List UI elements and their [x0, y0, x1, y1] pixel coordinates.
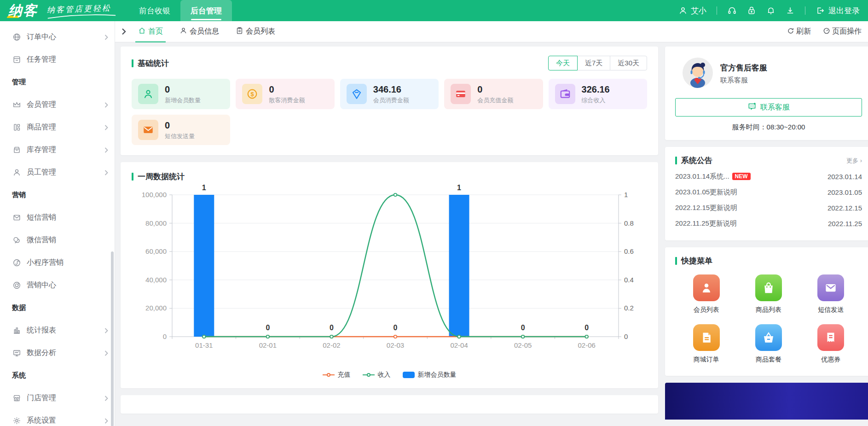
- period-today-button[interactable]: 今天: [548, 56, 578, 70]
- sidebar-item-miniprogram-marketing[interactable]: 小程序营销: [0, 251, 115, 274]
- stat-new-members: 0 新增会员数量: [132, 79, 230, 109]
- stat-value: 0: [269, 84, 305, 95]
- svg-text:0.4: 0.4: [624, 276, 634, 284]
- svg-text:1: 1: [202, 184, 206, 192]
- stat-member-recharge: 0 会员充值金额: [444, 79, 543, 109]
- sidebar-item-product-mgmt[interactable]: 商品管理: [0, 116, 115, 139]
- promo-banner-partial[interactable]: [665, 383, 868, 420]
- legend-new-members[interactable]: 新增会员数量: [403, 371, 457, 379]
- svg-text:$: $: [251, 91, 255, 98]
- stat-label: 短信发送量: [165, 132, 195, 140]
- stat-sms-sent: 0 短信发送量: [132, 115, 230, 145]
- chart-legend: 充值 收入 新增会员数量: [132, 371, 647, 382]
- quick-mall-orders[interactable]: 商城订单: [693, 324, 720, 364]
- logout-icon: [816, 6, 825, 15]
- contact-service-button[interactable]: 联系客服: [675, 98, 862, 117]
- tab-backend-admin[interactable]: 后台管理: [180, 0, 232, 21]
- logo-tagline: 纳客管店更轻松: [47, 2, 116, 19]
- logout-button[interactable]: 退出登录: [816, 6, 860, 16]
- download-icon[interactable]: [786, 6, 795, 15]
- notice-more-link[interactable]: 更多 ›: [846, 157, 862, 165]
- tab-member-list[interactable]: 会员列表: [227, 21, 284, 42]
- system-notice-card: 系统公告 更多 › 2023.01.14系统... NEW 2023.01.14…: [665, 147, 868, 240]
- service-name: 官方售后客服: [720, 63, 767, 73]
- legend-recharge[interactable]: 充值: [323, 371, 351, 379]
- service-subtitle: 联系客服: [720, 76, 767, 85]
- notice-item[interactable]: 2023.01.05更新说明 2023.01.05: [675, 184, 862, 200]
- stat-label: 散客消费金额: [269, 96, 305, 105]
- stat-label: 会员充值金额: [477, 96, 513, 105]
- sidebar-item-sms-marketing[interactable]: 短信营销: [0, 206, 115, 229]
- tab-home[interactable]: 首页: [130, 21, 171, 42]
- lock-icon[interactable]: [747, 6, 756, 15]
- svg-text:100,000: 100,000: [142, 191, 167, 198]
- svg-text:0: 0: [266, 324, 270, 332]
- sidebar-item-staff-mgmt[interactable]: 员工管理: [0, 161, 115, 184]
- envelope-icon: [12, 213, 21, 222]
- tab-front-cashier[interactable]: 前台收银: [129, 0, 180, 21]
- stat-label: 综合收入: [582, 96, 610, 105]
- sidebar-item-statistics-report[interactable]: 统计报表: [0, 319, 115, 342]
- svg-text:20,000: 20,000: [145, 304, 167, 312]
- quick-menu-title: 快捷菜单: [675, 256, 712, 266]
- legend-income[interactable]: 收入: [363, 371, 391, 379]
- sidebar-item-wechat-marketing[interactable]: 微信营销: [0, 229, 115, 251]
- notice-item[interactable]: 2022.11.25更新说明 2022.11.25: [675, 216, 862, 231]
- page-tabbar: 首页 会员信息 会员列表 刷新 页面操作: [115, 21, 868, 42]
- chevron-right-icon: [104, 102, 108, 108]
- sidebar-item-task-mgmt[interactable]: 任务管理: [0, 48, 115, 71]
- bar-chart-icon: [12, 326, 21, 335]
- user-menu[interactable]: 艾小: [678, 6, 706, 16]
- shopping-bag-icon: [755, 274, 782, 301]
- stat-value: 326.16: [582, 84, 610, 95]
- quick-product-list[interactable]: 商品列表: [755, 274, 782, 314]
- envelope-icon: [817, 274, 844, 301]
- notice-item[interactable]: 2023.01.14系统... NEW 2023.01.14: [675, 169, 862, 184]
- page-operations-button[interactable]: 页面操作: [823, 27, 862, 36]
- sidebar-collapse-icon[interactable]: [118, 28, 130, 35]
- divider: [805, 6, 805, 15]
- support-headset-icon[interactable]: [727, 6, 737, 16]
- svg-text:0: 0: [330, 324, 334, 332]
- quick-coupons[interactable]: 优惠券: [817, 324, 844, 364]
- svg-text:40,000: 40,000: [145, 276, 167, 284]
- miniprogram-icon: [12, 258, 21, 268]
- svg-text:0: 0: [393, 324, 398, 332]
- quick-menu-card: 快捷菜单 会员列表 商品列表 短信发送: [665, 247, 868, 376]
- svg-text:02-05: 02-05: [514, 341, 532, 349]
- quick-product-bundle[interactable]: 商品套餐: [755, 324, 782, 364]
- period-30days-button[interactable]: 近30天: [610, 56, 647, 70]
- sidebar-item-system-settings[interactable]: 系统设置: [0, 409, 115, 426]
- notice-item[interactable]: 2022.12.15更新说明 2022.12.15: [675, 200, 862, 216]
- sidebar-item-member-mgmt[interactable]: 会员管理: [0, 93, 115, 116]
- weekly-combo-chart[interactable]: 100,000180,0000.860,0000.640,0000.420,00…: [132, 182, 647, 368]
- refresh-button[interactable]: 刷新: [787, 27, 811, 36]
- sidebar-item-order-center[interactable]: 订单中心: [0, 26, 115, 48]
- period-7days-button[interactable]: 近7天: [577, 56, 610, 70]
- service-hours: 服务时间：08:30~20:00: [675, 123, 862, 132]
- svg-text:0: 0: [584, 324, 589, 332]
- sidebar-item-data-analysis[interactable]: 数据分析: [0, 342, 115, 364]
- sidebar-item-store-mgmt[interactable]: 门店管理: [0, 387, 115, 409]
- sidebar-item-inventory-mgmt[interactable]: 库存管理: [0, 139, 115, 161]
- gear-icon: [12, 416, 21, 426]
- period-switch: 今天 近7天 近30天: [548, 56, 647, 70]
- basket-icon: [755, 324, 782, 351]
- sidebar-section-management: 管理: [0, 71, 115, 93]
- svg-text:1: 1: [624, 191, 628, 198]
- person-icon: [179, 27, 187, 36]
- quick-member-list[interactable]: 会员列表: [693, 274, 720, 314]
- bar-marker-icon: [403, 372, 415, 378]
- monitor-chart-icon: [12, 349, 21, 358]
- sidebar-item-marketing-center[interactable]: 营销中心: [0, 274, 115, 297]
- chat-bubble-icon: [747, 102, 757, 113]
- quick-sms-send[interactable]: 短信发送: [817, 274, 844, 314]
- crown-icon: [12, 100, 21, 110]
- tab-member-info[interactable]: 会员信息: [171, 21, 227, 42]
- basic-stats-card: 基础统计 今天 近7天 近30天 0 新增会员数量: [121, 47, 658, 155]
- wechat-icon: [12, 236, 21, 245]
- chevron-right-icon: [104, 418, 108, 424]
- sidebar-scrollbar[interactable]: [111, 251, 114, 426]
- bell-icon[interactable]: [766, 6, 775, 15]
- sidebar-section-data: 数据: [0, 297, 115, 319]
